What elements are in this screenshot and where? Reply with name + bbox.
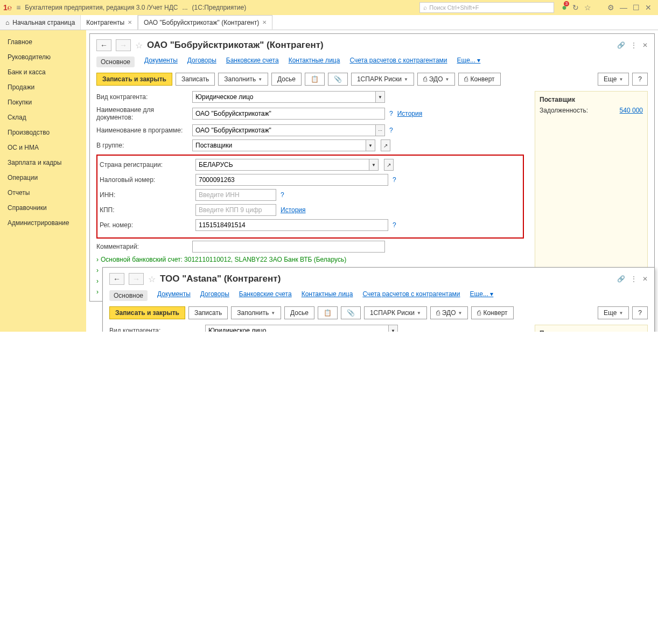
sidebar-item[interactable]: Продажи <box>0 80 86 95</box>
sidebar-item[interactable]: Операции <box>0 170 86 185</box>
nav-back-button[interactable]: ← <box>109 273 124 285</box>
sidebar-item[interactable]: Банк и касса <box>0 65 86 80</box>
tab-main[interactable]: Основное <box>96 57 135 67</box>
settings-icon[interactable]: ⚙ <box>607 3 614 12</box>
tab-more[interactable]: Еще... ▾ <box>470 290 494 301</box>
edo-button[interactable]: ⎙ ЭДО▼ <box>430 306 468 319</box>
copy-icon-button[interactable]: 📋 <box>318 306 338 319</box>
help-icon[interactable]: ? <box>281 191 284 199</box>
sidebar-item[interactable]: Покупки <box>0 95 86 110</box>
save-close-button[interactable]: Записать и закрыть <box>96 73 172 86</box>
sidebar-item[interactable]: Зарплата и кадры <box>0 155 86 170</box>
global-search[interactable]: ⌕ <box>419 2 554 13</box>
open-icon[interactable]: ↗ <box>381 139 390 151</box>
sidebar-item[interactable]: Руководителю <box>0 50 86 65</box>
dossier-button[interactable]: Досье <box>271 73 302 86</box>
dropdown-icon[interactable]: ▼ <box>366 139 375 151</box>
tab-docs[interactable]: Документы <box>144 57 178 67</box>
spark-button[interactable]: 1СПАРК Риски▼ <box>351 73 414 86</box>
star-icon[interactable]: ☆ <box>148 274 156 284</box>
debt-link[interactable]: 540 000 <box>620 107 643 114</box>
menu-icon[interactable]: ≡ <box>16 3 20 12</box>
country-select[interactable] <box>195 159 369 171</box>
tab-contacts[interactable]: Контактные лица <box>289 57 340 67</box>
tab-contragents[interactable]: Контрагенты✕ <box>81 15 138 30</box>
tab-home[interactable]: ⌂Начальная страница <box>0 15 81 30</box>
close-icon[interactable]: ✕ <box>262 19 267 25</box>
envelope-button[interactable]: ⎙ Конверт <box>471 306 513 319</box>
tab-current[interactable]: ОАО "Бобруйсктрикотаж" (Контрагент)✕ <box>138 15 272 30</box>
tab-main[interactable]: Основное <box>109 290 148 301</box>
tab-accounts[interactable]: Счета расчетов с контрагентами <box>349 57 447 67</box>
help-icon[interactable]: ? <box>393 176 396 184</box>
sidebar-item[interactable]: Производство <box>0 125 86 140</box>
edo-button[interactable]: ⎙ ЭДО▼ <box>417 73 456 86</box>
favorite-icon[interactable]: ☆ <box>584 3 591 12</box>
fill-button[interactable]: Заполнить▼ <box>218 73 268 86</box>
attach-icon-button[interactable]: 📎 <box>341 306 361 319</box>
nav-forward-button[interactable]: → <box>129 273 144 285</box>
more-button[interactable]: Еще▼ <box>598 73 629 86</box>
tab-contracts[interactable]: Договоры <box>200 290 229 301</box>
sidebar-item[interactable]: ОС и НМА <box>0 140 86 155</box>
bank-account-expand[interactable]: ›Основной банковский счет: 3012110110012… <box>96 256 524 263</box>
notifications-icon[interactable]: ●3 <box>562 3 567 12</box>
help-icon[interactable]: ? <box>389 127 393 134</box>
kpp-input[interactable] <box>195 204 276 216</box>
copy-icon-button[interactable]: 📋 <box>305 73 325 86</box>
type-select[interactable] <box>205 325 388 332</box>
help-icon[interactable]: ? <box>393 221 396 229</box>
history-icon[interactable]: ↻ <box>572 3 579 12</box>
envelope-button[interactable]: ⎙ Конверт <box>458 73 500 86</box>
docname-input[interactable] <box>192 108 385 120</box>
progname-input[interactable] <box>192 124 375 136</box>
taxnum-input[interactable] <box>195 174 388 186</box>
tab-bank[interactable]: Банковские счета <box>226 57 279 67</box>
sidebar-item[interactable]: Главное <box>0 34 86 50</box>
minimize-icon[interactable]: — <box>620 3 627 12</box>
attach-icon-button[interactable]: 📎 <box>328 73 348 86</box>
regnum-input[interactable] <box>195 219 388 231</box>
dossier-button[interactable]: Досье <box>284 306 314 319</box>
sidebar-item[interactable]: Администрирование <box>0 215 86 230</box>
close-icon[interactable]: ✕ <box>645 3 652 12</box>
star-icon[interactable]: ☆ <box>135 40 143 51</box>
help-button[interactable]: ? <box>632 73 648 86</box>
tab-docs[interactable]: Документы <box>157 290 191 301</box>
help-icon[interactable]: ? <box>389 110 393 117</box>
more-icon[interactable]: ⋮ <box>631 275 637 283</box>
tab-more[interactable]: Еще... ▾ <box>457 57 481 67</box>
open-icon[interactable]: ↗ <box>384 159 394 171</box>
inn-input[interactable] <box>195 189 276 201</box>
save-button[interactable]: Записать <box>176 73 215 86</box>
link-icon[interactable]: 🔗 <box>617 41 625 49</box>
spark-button[interactable]: 1СПАРК Риски▼ <box>364 306 427 319</box>
fill-button[interactable]: Заполнить▼ <box>231 306 281 319</box>
nav-back-button[interactable]: ← <box>96 39 111 51</box>
sidebar-item[interactable]: Отчеты <box>0 185 86 200</box>
more-button[interactable]: Еще▼ <box>598 306 629 319</box>
close-icon[interactable]: ✕ <box>128 19 132 25</box>
expand-icon[interactable]: ⋯ <box>375 124 385 136</box>
type-select[interactable] <box>192 91 375 103</box>
save-close-button[interactable]: Записать и закрыть <box>109 306 185 319</box>
help-button[interactable]: ? <box>632 306 648 319</box>
search-input[interactable] <box>429 4 550 11</box>
maximize-icon[interactable]: ☐ <box>633 3 640 12</box>
tab-contacts[interactable]: Контактные лица <box>302 290 353 301</box>
close-icon[interactable]: ✕ <box>642 41 648 49</box>
dropdown-icon[interactable]: ▼ <box>375 91 385 103</box>
history-link[interactable]: История <box>281 206 306 214</box>
history-link[interactable]: История <box>397 110 423 117</box>
nav-forward-button[interactable]: → <box>116 39 131 51</box>
dropdown-icon[interactable]: ▼ <box>369 159 379 171</box>
link-icon[interactable]: 🔗 <box>617 275 625 283</box>
tab-bank[interactable]: Банковские счета <box>239 290 292 301</box>
save-button[interactable]: Записать <box>188 306 228 319</box>
comment-input[interactable] <box>192 241 385 253</box>
sidebar-item[interactable]: Склад <box>0 110 86 125</box>
tab-accounts[interactable]: Счета расчетов с контрагентами <box>362 290 460 301</box>
tab-contracts[interactable]: Договоры <box>187 57 216 67</box>
sidebar-item[interactable]: Справочники <box>0 200 86 215</box>
dropdown-icon[interactable]: ▼ <box>388 325 398 332</box>
